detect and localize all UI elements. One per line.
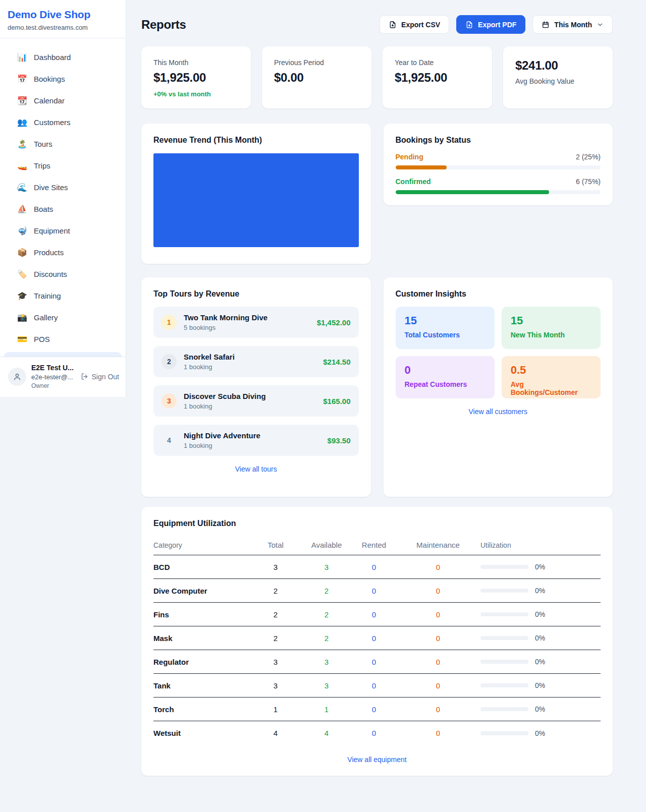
stat-label: Previous Period bbox=[274, 59, 359, 67]
rank-badge: 1 bbox=[162, 315, 177, 330]
tour-name: Snorkel Safari bbox=[184, 353, 235, 361]
sidebar-item-training[interactable]: 🎓 Training bbox=[0, 285, 126, 307]
equipment-row-dive-computer: Dive Computer 2 2 0 0 0% bbox=[153, 579, 601, 603]
top-tours-card: Top Tours by Revenue 1 Two Tank Morning … bbox=[141, 277, 371, 497]
sidebar-item-gallery[interactable]: 📸 Gallery bbox=[0, 307, 126, 328]
export-pdf-button[interactable]: Export PDF bbox=[456, 15, 525, 34]
equipment-utilization-cell: 0% bbox=[480, 729, 601, 737]
sidebar-item-customers[interactable]: 👥 Customers bbox=[0, 111, 126, 133]
sidebar-item-equipment[interactable]: 🤿 Equipment bbox=[0, 220, 126, 242]
sidebar-item-tours[interactable]: 🏝️ Tours bbox=[0, 133, 126, 155]
shop-name: Demo Dive Shop bbox=[8, 9, 118, 21]
file-download-icon bbox=[465, 21, 473, 29]
insight-tile-total-customers: 15 Total Customers bbox=[396, 307, 495, 349]
equipment-utilization-cell: 0% bbox=[480, 681, 601, 689]
sidebar-item-discounts[interactable]: 🏷️ Discounts bbox=[0, 263, 126, 285]
sidebar-item-trips[interactable]: 🚤 Trips bbox=[0, 155, 126, 177]
equipment-available: 3 bbox=[301, 658, 352, 666]
insight-tile-avg-bookings: 0.5 Avg Bookings/Customer bbox=[502, 356, 601, 398]
rank-badge: 3 bbox=[162, 393, 177, 409]
sidebar-item-bookings[interactable]: 📅 Bookings bbox=[0, 68, 126, 90]
tour-name: Night Dive Adventure bbox=[184, 431, 260, 440]
revenue-trend-card: Revenue Trend (This Month) bbox=[141, 124, 371, 264]
equipment-category: Regulator bbox=[153, 658, 250, 666]
sidebar-item-dive-sites[interactable]: 🌊 Dive Sites bbox=[0, 177, 126, 198]
user-name: E2E Test U... bbox=[31, 364, 76, 372]
equipment-total: 2 bbox=[250, 634, 301, 643]
tour-bookings: 5 bookings bbox=[184, 324, 267, 331]
sidebar-nav: 📊 Dashboard 📅 Bookings 📆 Calendar 👥 Cust… bbox=[0, 38, 126, 357]
utilization-bar-track bbox=[480, 565, 528, 569]
sidebar-item-reports-partial[interactable] bbox=[4, 352, 122, 357]
export-csv-button[interactable]: Export CSV bbox=[380, 15, 449, 34]
equipment-rented: 0 bbox=[352, 587, 396, 595]
view-all-customers-link[interactable]: View all customers bbox=[396, 408, 601, 416]
stat-label: This Month bbox=[153, 59, 239, 67]
equipment-utilization-cell: 0% bbox=[480, 587, 601, 595]
equipment-rented: 0 bbox=[352, 705, 396, 714]
user-role: Owner bbox=[31, 382, 76, 389]
equipment-available: 4 bbox=[301, 729, 352, 737]
tour-revenue: $93.50 bbox=[321, 436, 351, 445]
sign-out-button[interactable]: Sign Out bbox=[81, 373, 119, 381]
column-header-utilization: Utilization bbox=[480, 541, 601, 549]
utilization-bar-track bbox=[480, 683, 528, 687]
export-csv-label: Export CSV bbox=[401, 21, 440, 29]
utilization-percent: 0% bbox=[535, 658, 545, 666]
sidebar-item-products[interactable]: 📦 Products bbox=[0, 242, 126, 263]
equipment-available: 2 bbox=[301, 634, 352, 643]
sidebar-item-label: Dive Sites bbox=[34, 183, 68, 192]
sidebar-item-calendar[interactable]: 📆 Calendar bbox=[0, 90, 126, 111]
equipment-row-bcd: BCD 3 3 0 0 0% bbox=[153, 555, 601, 579]
tour-list-item: 2 Snorkel Safari 1 booking $214.50 bbox=[153, 346, 359, 377]
equipment-rented: 0 bbox=[352, 681, 396, 690]
tour-list-item: 3 Discover Scuba Diving 1 booking $165.0… bbox=[153, 385, 359, 417]
bookings-by-status-title: Bookings by Status bbox=[396, 136, 601, 145]
sign-out-label: Sign Out bbox=[92, 373, 119, 381]
island-icon: 🏝️ bbox=[17, 139, 28, 149]
equipment-rented: 0 bbox=[352, 634, 396, 643]
status-bar-fill bbox=[396, 165, 447, 169]
sidebar-item-label: Customers bbox=[34, 118, 71, 127]
main-content: Reports Export CSV Export PDF This Month bbox=[126, 0, 646, 797]
equipment-maintenance: 0 bbox=[396, 563, 480, 571]
column-header-maintenance: Maintenance bbox=[396, 541, 480, 549]
equipment-maintenance: 0 bbox=[396, 681, 480, 690]
status-bar-fill bbox=[396, 190, 550, 194]
equipment-maintenance: 0 bbox=[396, 705, 480, 714]
customer-insights-title: Customer Insights bbox=[396, 289, 601, 299]
tour-revenue: $214.50 bbox=[317, 358, 350, 366]
column-header-category: Category bbox=[153, 541, 250, 549]
equipment-total: 2 bbox=[250, 587, 301, 595]
equipment-category: BCD bbox=[153, 563, 250, 571]
insights-row: Top Tours by Revenue 1 Two Tank Morning … bbox=[141, 277, 613, 497]
status-label: Confirmed bbox=[396, 178, 431, 186]
rank-badge: 2 bbox=[162, 354, 177, 369]
sidebar-item-dashboard[interactable]: 📊 Dashboard bbox=[0, 46, 126, 68]
equipment-row-mask: Mask 2 2 0 0 0% bbox=[153, 626, 601, 650]
equipment-utilization-cell: 0% bbox=[480, 634, 601, 642]
column-header-rented: Rented bbox=[352, 541, 396, 549]
package-icon: 📦 bbox=[17, 248, 28, 257]
sidebar-item-label: Gallery bbox=[34, 313, 58, 322]
equipment-row-tank: Tank 3 3 0 0 0% bbox=[153, 674, 601, 698]
sidebar-item-pos[interactable]: 💳 POS bbox=[0, 328, 126, 350]
equipment-table-header: Category Total Available Rented Maintena… bbox=[153, 535, 601, 555]
equipment-total: 3 bbox=[250, 681, 301, 690]
customer-insights-card: Customer Insights 15 Total Customers 15 … bbox=[384, 277, 613, 497]
view-all-tours-link[interactable]: View all tours bbox=[153, 465, 359, 473]
equipment-row-torch: Torch 1 1 0 0 0% bbox=[153, 698, 601, 721]
period-selector[interactable]: This Month bbox=[532, 15, 613, 34]
stat-value: $241.00 bbox=[515, 59, 601, 73]
sailboat-icon: ⛵ bbox=[17, 204, 28, 214]
utilization-percent: 0% bbox=[535, 705, 545, 713]
stat-card-previous-period: Previous Period $0.00 bbox=[262, 46, 371, 108]
sidebar-item-label: POS bbox=[34, 335, 50, 343]
equipment-total: 3 bbox=[250, 563, 301, 571]
sidebar-item-label: Bookings bbox=[34, 75, 65, 83]
view-all-equipment-link[interactable]: View all equipment bbox=[153, 756, 601, 764]
equipment-category: Dive Computer bbox=[153, 587, 250, 595]
insight-tile-repeat-customers: 0 Repeat Customers bbox=[396, 356, 495, 398]
equipment-maintenance: 0 bbox=[396, 658, 480, 666]
sidebar-item-boats[interactable]: ⛵ Boats bbox=[0, 198, 126, 220]
